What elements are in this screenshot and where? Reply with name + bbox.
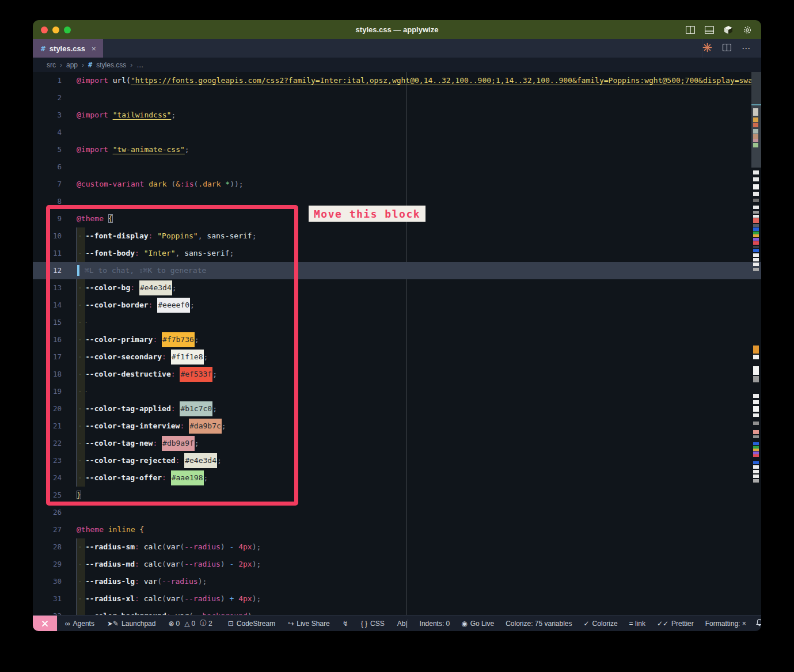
status-item-indents[interactable]: Indents: 0	[420, 620, 450, 628]
code-line[interactable]: 29--radius-md: calc(var(--radius) - 2px)…	[33, 556, 761, 573]
close-window-button[interactable]	[41, 26, 48, 33]
settings-gear-icon[interactable]	[743, 25, 752, 35]
minimap-block	[753, 400, 759, 404]
status-item-colorize[interactable]: ✓Colorize	[584, 620, 618, 628]
minimap-block	[753, 218, 759, 223]
code-line[interactable]: 7@custom-variant dark (&:is(.dark *));	[33, 176, 761, 193]
code-line[interactable]: 5@import "tw-animate-css";	[33, 141, 761, 158]
minimap-block	[753, 479, 759, 483]
breadcrumb-item[interactable]: app	[66, 61, 78, 69]
panel-bottom-icon[interactable]	[705, 26, 714, 34]
status-item-tab-size[interactable]: Ab|	[397, 620, 408, 628]
code-token: )	[198, 577, 203, 586]
window-title: styles.css — applywize	[33, 25, 761, 34]
line-number: 6	[33, 158, 62, 176]
go-live-label: Go Live	[470, 620, 494, 628]
code-token: (	[162, 594, 166, 603]
minimap-block	[753, 253, 759, 257]
minimap-block	[753, 258, 759, 261]
line-number: 26	[33, 504, 62, 521]
remote-icon	[41, 620, 48, 627]
status-item-prettier[interactable]: ✓✓Prettier	[657, 620, 694, 628]
code-line[interactable]: 31--radius-xl: calc(var(--radius) + 4px)…	[33, 590, 761, 608]
minimap-block	[753, 227, 759, 231]
code-line[interactable]: 32--color-background: var(--background);	[33, 608, 761, 615]
status-item-bolt[interactable]: ↯	[343, 620, 348, 628]
minimize-window-button[interactable]	[52, 26, 59, 33]
zoom-window-button[interactable]	[64, 26, 71, 33]
status-item-go-live[interactable]: ◉Go Live	[461, 620, 494, 628]
line-number: 2	[33, 89, 62, 107]
minimap-block	[753, 238, 759, 241]
split-columns-icon[interactable]	[686, 26, 695, 34]
status-item-agents[interactable]: ∞Agents	[65, 620, 94, 628]
window-controls	[41, 26, 71, 33]
vscode-window: styles.css — applywize # styles.css ×	[33, 20, 761, 631]
notifications-bell[interactable]	[755, 618, 761, 628]
status-item-live-share[interactable]: ↪Live Share	[288, 620, 329, 628]
colorize-icon: ✓	[584, 620, 590, 628]
code-token: ;	[203, 577, 207, 586]
code-line[interactable]: 1@import url("https://fonts.googleapis.c…	[33, 72, 761, 89]
indents-label: Indents: 0	[420, 620, 450, 628]
code-token: @import	[77, 76, 108, 85]
minimap-block	[753, 376, 759, 382]
status-item-problems[interactable]: ⊗0△0ⓘ2	[168, 618, 215, 628]
code-line[interactable]: 28--radius-sm: calc(var(--radius) - 4px)…	[33, 538, 761, 556]
code-line[interactable]: 26	[33, 504, 761, 521]
code-line[interactable]: 6	[33, 158, 761, 176]
code-line[interactable]: 3@import "tailwindcss";	[33, 107, 761, 124]
css-file-icon: #	[41, 44, 45, 53]
code-line[interactable]: 4	[33, 124, 761, 141]
colorize-vars-label: Colorize: 75 variables	[506, 620, 572, 628]
copilot-starburst-icon[interactable]	[702, 43, 712, 55]
status-item-link[interactable]: = link	[629, 620, 645, 628]
code-token: --color-background	[85, 612, 166, 615]
minimap-block	[753, 394, 759, 398]
minimap[interactable]	[751, 72, 761, 615]
status-item-codestream[interactable]: ⊡CodeStream	[228, 620, 275, 628]
code-token: :	[135, 560, 139, 568]
minimap-block	[753, 184, 759, 189]
minimap-block	[753, 108, 758, 116]
status-item-language-mode[interactable]: { }CSS	[361, 620, 385, 628]
status-item-colorize-vars[interactable]: Colorize: 75 variables	[506, 620, 572, 628]
minimap-block	[753, 470, 759, 473]
code-line[interactable]: 30--radius-lg: var(--radius);	[33, 573, 761, 590]
tab-styles-css[interactable]: # styles.css ×	[33, 39, 103, 58]
breadcrumb-item[interactable]: …	[136, 61, 143, 69]
code-token: :	[135, 542, 139, 551]
minimap-block	[753, 241, 759, 245]
split-editor-icon[interactable]	[723, 43, 731, 54]
code-token: )	[221, 560, 225, 568]
code-line[interactable]: 27@theme inline {	[33, 521, 761, 538]
remote-indicator[interactable]	[33, 616, 57, 631]
go-live-icon: ◉	[461, 620, 467, 628]
status-item-formatting[interactable]: Formatting: ×	[705, 620, 746, 628]
code-token	[108, 145, 113, 154]
line-number: 5	[33, 141, 62, 158]
line-number: 1	[33, 72, 62, 89]
codestream-label: CodeStream	[237, 620, 275, 628]
close-tab-icon[interactable]: ×	[92, 44, 96, 53]
codestream-icon: ⊡	[228, 620, 234, 628]
more-actions-icon[interactable]: ⋯	[742, 43, 751, 54]
extension-cube-icon[interactable]	[724, 25, 733, 35]
link-label: = link	[629, 620, 645, 628]
minimap-block	[751, 72, 761, 104]
code-token	[108, 111, 113, 119]
code-token: --background	[193, 612, 248, 615]
breadcrumb-item[interactable]: styles.css	[96, 61, 126, 69]
code-token: --radius	[184, 542, 221, 551]
breadcrumb-separator: ›	[82, 61, 84, 69]
status-item-launchpad[interactable]: ➤✎Launchpad	[107, 620, 156, 628]
indent-guide	[77, 590, 85, 608]
code-token: var	[144, 577, 157, 586]
code-line[interactable]: 2	[33, 89, 761, 107]
code-token: &	[176, 180, 180, 188]
live-share-icon: ↪	[288, 620, 294, 628]
code-line-content: @theme inline {	[77, 521, 144, 538]
minimap-block	[753, 442, 759, 445]
breadcrumb-item[interactable]: src	[47, 61, 56, 69]
code-token: .dark	[198, 180, 221, 188]
